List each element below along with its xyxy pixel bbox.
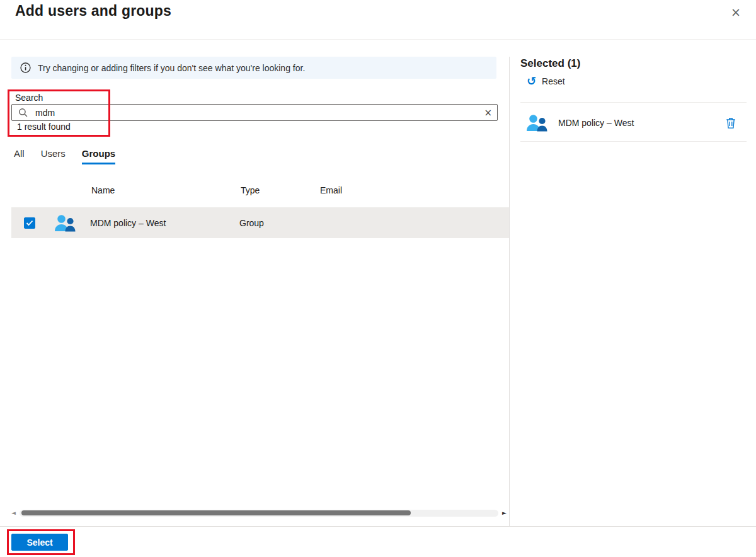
reset-icon: ↺ [527, 76, 536, 87]
scrollbar-thumb[interactable] [21, 510, 411, 515]
info-banner-text: Try changing or adding filters if you do… [38, 63, 305, 73]
close-icon[interactable]: × [727, 3, 745, 21]
select-button[interactable]: Select [11, 534, 68, 551]
tab-users[interactable]: Users [41, 148, 66, 164]
search-icon [18, 108, 28, 117]
row-type: Group [239, 218, 319, 228]
check-icon [26, 220, 33, 226]
selected-item-divider [520, 141, 747, 142]
clear-search-icon[interactable]: × [484, 107, 492, 118]
group-icon [525, 113, 548, 132]
selected-list-divider [520, 102, 747, 103]
search-result-count: 1 result found [17, 122, 71, 132]
remove-selected-button[interactable] [726, 117, 736, 129]
selected-item: MDM policy – West [520, 105, 747, 141]
group-icon [54, 214, 76, 233]
page-title: Add users and groups [15, 3, 171, 20]
row-name: MDM policy – West [90, 218, 239, 228]
add-users-and-groups-dialog: Add users and groups × Try changing or a… [0, 0, 756, 557]
filter-tabs: All Users Groups [14, 148, 115, 164]
horizontal-scrollbar: ◄ ► [10, 508, 508, 518]
scrollbar-track[interactable] [20, 510, 498, 517]
reset-label: Reset [542, 76, 565, 86]
search-box: × [11, 104, 498, 121]
header-divider [0, 39, 756, 40]
trash-icon [726, 117, 736, 129]
footer-divider [0, 526, 756, 527]
reset-button[interactable]: ↺ Reset [527, 76, 565, 87]
row-checkbox[interactable] [24, 217, 35, 229]
tab-groups[interactable]: Groups [82, 148, 115, 164]
scroll-left-icon[interactable]: ◄ [10, 510, 17, 516]
table-row[interactable]: MDM policy – West Group [11, 207, 509, 238]
info-banner: Try changing or adding filters if you do… [11, 57, 496, 79]
search-label: Search [15, 93, 43, 103]
column-header-email: Email [320, 185, 342, 195]
selected-panel-title: Selected (1) [520, 57, 580, 70]
scroll-right-icon[interactable]: ► [501, 510, 508, 516]
column-header-type: Type [241, 185, 260, 195]
info-icon [20, 62, 31, 73]
panel-divider [509, 57, 510, 526]
column-header-name: Name [91, 185, 115, 195]
selected-item-name: MDM policy – West [558, 118, 726, 128]
search-input[interactable] [35, 108, 484, 118]
tab-all[interactable]: All [14, 148, 25, 164]
